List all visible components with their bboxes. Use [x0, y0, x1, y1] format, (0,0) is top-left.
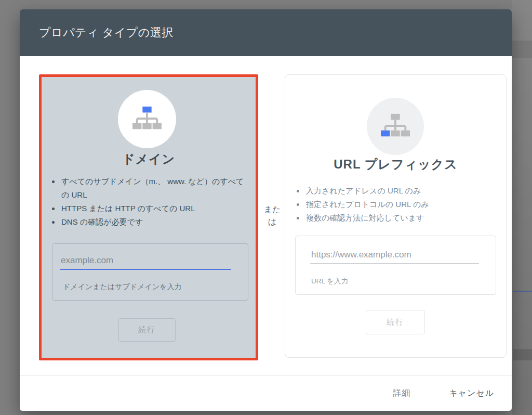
domain-continue-button[interactable]: 続行: [118, 318, 176, 342]
url-prefix-bullet: 入力されたアドレスの URL のみ: [305, 184, 497, 198]
domain-property-card[interactable]: ドメイン すべてのサブドメイン（m.、 www. など）のすべての URL HT…: [39, 74, 258, 360]
domain-tree-icon: [132, 105, 162, 134]
url-prefix-bullet: 複数の確認方法に対応しています: [305, 211, 497, 225]
domain-input-box: ドメインまたはサブドメインを入力: [52, 243, 248, 301]
property-type-dialog: プロパティ タイプの選択 ドメイン すべてのサブドメイン（m.、 www. など…: [20, 9, 512, 411]
url-prefix-card-title: URL プレフィックス: [285, 156, 506, 173]
dialog-title: プロパティ タイプの選択: [39, 25, 174, 41]
url-prefix-tree-icon: [380, 112, 410, 141]
url-prefix-icon-circle: [367, 98, 424, 155]
cancel-button[interactable]: キャンセル: [446, 387, 497, 399]
dimmed-page-blue-line: [513, 291, 532, 292]
domain-input-helper: ドメインまたはサブドメインを入力: [63, 282, 182, 292]
url-prefix-property-card[interactable]: URL プレフィックス 入力されたアドレスの URL のみ 指定されたプロトコル…: [285, 74, 507, 358]
domain-bullet: すべてのサブドメイン（m.、 www. など）のすべての URL: [60, 175, 247, 202]
domain-card-title: ドメイン: [42, 151, 256, 167]
url-prefix-card-bullets: 入力されたアドレスの URL のみ 指定されたプロトコルの URL のみ 複数の…: [287, 184, 504, 225]
domain-bullet: DNS の確認が必要です: [60, 215, 247, 229]
url-prefix-continue-button[interactable]: 続行: [366, 310, 425, 334]
dialog-footer: 詳細 キャンセル: [20, 375, 512, 411]
domain-bullet: HTTPS または HTTP のすべての URL: [60, 202, 247, 215]
domain-card-bullets: すべてのサブドメイン（m.、 www. など）のすべての URL HTTPS ま…: [43, 175, 255, 229]
details-button[interactable]: 詳細: [390, 387, 414, 399]
url-prefix-input-box: URL を入力: [295, 236, 496, 295]
domain-input[interactable]: [60, 255, 231, 270]
or-separator: または: [261, 203, 283, 228]
domain-icon-circle: [118, 90, 176, 148]
url-prefix-input[interactable]: [310, 250, 479, 264]
url-prefix-bullet: 指定されたプロトコルの URL のみ: [305, 198, 497, 211]
dimmed-page-band: [512, 41, 532, 58]
dialog-header: プロパティ タイプの選択: [20, 9, 512, 56]
dimmed-page-block: [513, 349, 532, 360]
screen-backdrop: プロパティ タイプの選択 ドメイン すべてのサブドメイン（m.、 www. など…: [0, 0, 532, 415]
url-prefix-input-helper: URL を入力: [311, 277, 348, 286]
